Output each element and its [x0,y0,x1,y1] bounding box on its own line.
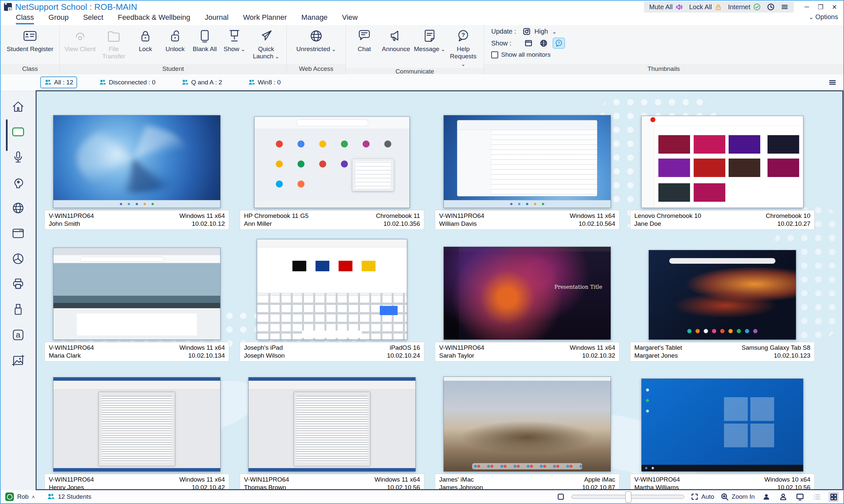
filter-tab-win8[interactable]: Win8 : 0 [244,76,285,88]
blank-all-button[interactable]: Blank All [191,28,219,53]
filter-tab-all[interactable]: All : 12 [40,76,77,88]
close-button[interactable]: ✕ [828,2,841,12]
show-help-requests-toggle[interactable]: ? [553,38,564,48]
student-screen-thumbnail[interactable] [248,377,416,472]
tab-journal[interactable]: Journal [205,13,229,24]
tab-class[interactable]: Class [16,13,34,24]
auto-size-button[interactable]: Auto [691,493,714,501]
tab-group[interactable]: Group [49,13,69,24]
show-all-monitors-checkbox[interactable]: Show all monitors [491,51,551,58]
tutor-chevron-icon[interactable]: ˄ [32,494,35,500]
tab-select[interactable]: Select [83,13,103,24]
student-tile: Joseph's iPadiPadOS 16 Joseph Wilson10.0… [240,238,424,362]
show-machine-names-toggle[interactable] [795,492,805,502]
show-website-toggle[interactable] [538,38,549,48]
student-register-button[interactable]: Student Register [5,28,55,53]
student-name: William Davis [439,220,477,228]
thumbnail-size-small-icon[interactable] [557,493,565,501]
sidebar-item-time-limits[interactable] [11,251,26,266]
student-screen-thumbnail[interactable] [444,376,611,472]
machine-name: V-WIN11PRO64 [49,212,94,220]
pie-chart-icon [11,252,25,266]
titlebar-menu-button[interactable] [781,3,789,11]
student-screen-thumbnail[interactable] [53,248,220,340]
machine-name: V-WIN10PRO64 [634,476,680,484]
lock-button[interactable]: Lock [131,28,159,53]
folder-icon [106,28,121,43]
launch-arrow-icon [258,28,274,43]
internet-status-button[interactable]: Internet [728,3,761,11]
view-client-button: View Client [64,28,96,53]
student-screen-thumbnail[interactable] [53,377,220,472]
student-screen-thumbnail[interactable] [641,378,804,472]
maximize-button[interactable]: ❐ [814,2,827,12]
help-requests-button[interactable]: ? Help Requests [447,28,479,68]
sidebar-item-thumbnail-view[interactable] [11,124,26,140]
student-screen-thumbnail[interactable]: Presentation Title [444,247,611,340]
student-screen-thumbnail[interactable] [53,115,220,208]
update-speed-control[interactable]: Update : High [491,28,557,35]
show-student-names-toggle[interactable] [761,492,771,502]
letter-a-icon: a [11,328,25,342]
quick-launch-button[interactable]: Quick Launch [250,28,282,60]
grid-view-button[interactable] [828,492,839,502]
ribbon-group-class-label: Class [1,64,59,74]
student-screen-thumbnail[interactable] [257,239,407,340]
unlock-button[interactable]: Unlock [161,28,189,53]
update-label: Update : [491,28,519,35]
student-screen-thumbnail[interactable] [641,116,804,208]
sidebar-item-devices[interactable] [11,302,26,317]
menu-bar: Class Group Select Feedback & Wellbeing … [1,13,843,25]
tab-feedback-wellbeing[interactable]: Feedback & Wellbeing [118,13,190,24]
tab-view[interactable]: View [342,13,358,24]
svg-text:✱: ✱ [17,180,20,185]
filter-row-menu-button[interactable] [828,78,837,87]
show-overlays-label: Show : [491,39,519,47]
show-button[interactable]: Show [220,28,248,53]
student-screen-thumbnail[interactable] [444,115,611,208]
show-application-toggle[interactable] [523,38,534,48]
minimize-button[interactable]: ─ [801,2,813,12]
sidebar-item-printing[interactable] [11,276,26,292]
sidebar-item-typing[interactable]: a [11,327,26,342]
sidebar-item-applications[interactable] [11,226,26,241]
student-screen-thumbnail[interactable] [648,250,796,340]
sidebar-item-audio[interactable] [11,150,26,165]
announce-button[interactable]: Announce [380,28,412,53]
list-view-button[interactable] [812,492,822,502]
student-name: Joseph Wilson [244,352,285,360]
zoom-in-label: Zoom In [732,493,755,500]
options-button[interactable]: Options [809,13,838,21]
recent-activity-button[interactable] [767,3,775,11]
quick-actions-bar: Mute All Lock All Internet [644,1,794,13]
filter-tab-disconnected[interactable]: Disconnected : 0 [95,76,160,88]
globe-icon [11,201,25,215]
lock-all-button[interactable]: Lock All [689,3,722,11]
blank-all-label: Blank All [193,46,217,53]
zoom-in-button[interactable]: Zoom In [721,493,755,501]
filter-tab-q-and-a-label: Q and A : 2 [191,79,222,86]
sidebar-item-screenshot[interactable] [11,353,26,368]
student-screen-thumbnail[interactable] [254,116,410,208]
filter-tab-q-and-a[interactable]: Q and A : 2 [177,76,226,88]
connection-status-icon [5,492,14,501]
chat-button[interactable]: Chat [351,28,378,53]
student-tile-label: V-WIN11PRO64Windows 11 x64 John Smith10.… [44,210,229,230]
sidebar-item-wellbeing[interactable]: ✱ [11,175,26,190]
thumbnail-size-slider[interactable] [571,495,684,499]
student-tile: V-WIN11PRO64Windows 11 x64 John Smith10.… [44,106,229,230]
sidebar-item-home[interactable] [11,99,26,114]
sidebar-item-web[interactable] [11,200,26,216]
message-button[interactable]: Message [414,28,445,53]
unrestricted-button[interactable]: Unrestricted [291,28,341,53]
show-logon-names-toggle[interactable] [778,492,788,502]
slider-handle[interactable] [625,491,631,503]
student-tile-label: V-WIN11PRO64Windows 11 x64 Sarah Taylor1… [435,342,619,362]
tab-manage[interactable]: Manage [301,13,328,24]
tab-work-planner[interactable]: Work Planner [243,13,287,24]
app-window-icon [11,226,25,241]
internet-label: Internet [728,3,750,11]
student-tile: V-WIN11PRO64Windows 11 x64 Thomas Brown1… [240,370,424,490]
machine-name: Joseph's iPad [244,344,283,352]
mute-all-button[interactable]: Mute All [649,3,683,11]
